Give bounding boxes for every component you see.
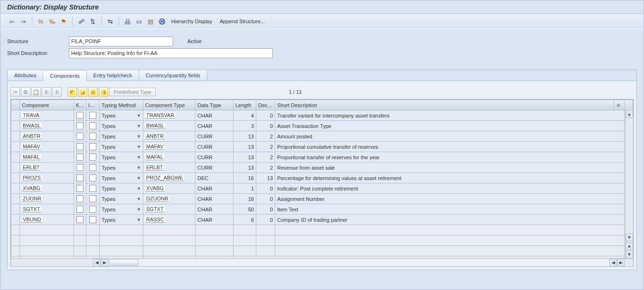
- cell-component[interactable]: PROZS: [20, 173, 74, 183]
- init-checkbox[interactable]: [89, 154, 96, 161]
- cell-typing-method[interactable]: Types▼: [100, 121, 143, 131]
- col-key[interactable]: Key: [74, 100, 86, 110]
- cell-init[interactable]: [86, 236, 100, 246]
- collapse-include-button[interactable]: [99, 87, 108, 97]
- paste-button[interactable]: [31, 87, 41, 97]
- cell-component-type[interactable]: MAFAL: [143, 152, 196, 163]
- scroll-down-button-2[interactable]: ▼: [625, 251, 633, 258]
- tab-attributes[interactable]: Attributes: [8, 70, 43, 81]
- back-button[interactable]: [7, 17, 17, 26]
- col-length[interactable]: Length: [233, 100, 256, 110]
- cell-component[interactable]: VBUND: [20, 215, 74, 225]
- predefined-type-button[interactable]: Predefined Type: [109, 88, 156, 96]
- object-directory-button[interactable]: [88, 17, 97, 26]
- cell-typing-method[interactable]: Types▼: [100, 110, 143, 121]
- cell-init[interactable]: [86, 163, 100, 173]
- col-data-type[interactable]: Data Type: [196, 100, 233, 110]
- cell-key[interactable]: [74, 225, 86, 236]
- hscroll-left-2[interactable]: ◀: [609, 259, 617, 266]
- expand-include-button[interactable]: [88, 87, 98, 97]
- cell-component-type[interactable]: ANBTR: [143, 131, 196, 142]
- cell-component[interactable]: ZUONR: [20, 194, 74, 204]
- cell-component[interactable]: XVABG: [20, 183, 74, 194]
- cell-typing-method[interactable]: Types▼: [100, 131, 143, 142]
- row-selector-header[interactable]: [11, 100, 20, 110]
- row-selector[interactable]: [11, 152, 20, 163]
- cell-component-type[interactable]: XVABG: [143, 183, 196, 194]
- cell-component-type[interactable]: TRANSVAR: [143, 110, 196, 121]
- row-selector[interactable]: [11, 236, 20, 246]
- row-selector[interactable]: [11, 183, 20, 194]
- row-selector[interactable]: [11, 204, 20, 215]
- row-selector[interactable]: [11, 225, 20, 236]
- key-checkbox[interactable]: [76, 174, 84, 181]
- col-typing-method[interactable]: Typing Method: [100, 100, 143, 110]
- cell-init[interactable]: [86, 194, 100, 204]
- insert-row-button[interactable]: [42, 87, 51, 97]
- cell-key[interactable]: [74, 110, 86, 121]
- row-selector[interactable]: [11, 110, 20, 121]
- cell-init[interactable]: [86, 152, 100, 163]
- init-checkbox[interactable]: [89, 112, 96, 119]
- cell-component-type[interactable]: [143, 225, 196, 236]
- key-checkbox[interactable]: [76, 185, 84, 192]
- cell-typing-method[interactable]: [100, 246, 143, 256]
- row-selector[interactable]: [11, 215, 20, 225]
- cell-component[interactable]: ERLBT: [20, 163, 74, 173]
- vertical-scrollbar[interactable]: ▲ ▼ ▲ ▼: [625, 110, 633, 259]
- cell-key[interactable]: [74, 142, 86, 152]
- cell-key[interactable]: [74, 173, 86, 183]
- init-checkbox[interactable]: [89, 133, 96, 140]
- cell-key[interactable]: [74, 246, 86, 256]
- short-desc-value[interactable]: Help Structure: Posting Info for FI-AA: [69, 48, 273, 58]
- cell-typing-method[interactable]: [100, 225, 143, 236]
- where-used-button[interactable]: [76, 17, 86, 26]
- cell-component[interactable]: MAFAL: [20, 152, 74, 163]
- cell-key[interactable]: [74, 204, 86, 215]
- key-checkbox[interactable]: [76, 154, 84, 161]
- cell-key[interactable]: [74, 163, 86, 173]
- scroll-up-button[interactable]: ▲: [625, 110, 633, 118]
- cell-component-type[interactable]: BWASL: [143, 121, 196, 131]
- init-checkbox[interactable]: [89, 185, 96, 192]
- table-contents-button[interactable]: [146, 17, 155, 26]
- help-button[interactable]: [157, 17, 167, 26]
- col-component[interactable]: Component: [20, 100, 74, 110]
- forward-button[interactable]: [19, 17, 28, 26]
- cell-init[interactable]: [86, 110, 100, 121]
- cell-key[interactable]: [74, 152, 86, 163]
- cell-key[interactable]: [74, 121, 86, 131]
- cell-init[interactable]: [86, 173, 100, 183]
- cell-component-type[interactable]: RASSC: [143, 215, 196, 225]
- scroll-up-button-2[interactable]: ▲: [625, 242, 633, 250]
- table-settings-button[interactable]: ⛭: [614, 100, 625, 110]
- hierarchy-display-link[interactable]: Hierarchy Display: [168, 18, 215, 25]
- cell-init[interactable]: [86, 183, 100, 194]
- key-checkbox[interactable]: [76, 195, 84, 202]
- cell-init[interactable]: [86, 121, 100, 131]
- key-checkbox[interactable]: [76, 206, 84, 213]
- cell-init[interactable]: [86, 215, 100, 225]
- cell-component-type[interactable]: [143, 236, 196, 246]
- key-checkbox[interactable]: [76, 133, 84, 140]
- row-selector[interactable]: [11, 131, 20, 142]
- key-checkbox[interactable]: [76, 216, 84, 223]
- tab-currency-qty[interactable]: Currency/quantity fields: [139, 70, 207, 81]
- key-checkbox[interactable]: [76, 164, 84, 171]
- hscroll-thumb-1[interactable]: [109, 259, 139, 266]
- cell-init[interactable]: [86, 225, 100, 236]
- deselect-all-button[interactable]: [78, 87, 87, 97]
- cell-component[interactable]: BWASL: [20, 121, 74, 131]
- delete-row-button[interactable]: [52, 87, 62, 97]
- cell-key[interactable]: [74, 183, 86, 194]
- cell-component-type[interactable]: [143, 246, 196, 256]
- cell-typing-method[interactable]: [100, 236, 143, 246]
- cell-typing-method[interactable]: Types▼: [100, 163, 143, 173]
- cell-component-type[interactable]: DZUONR: [143, 194, 196, 204]
- cell-init[interactable]: [86, 131, 100, 142]
- cell-typing-method[interactable]: Types▼: [100, 183, 143, 194]
- init-checkbox[interactable]: [89, 164, 96, 171]
- col-short-desc[interactable]: Short Description: [275, 100, 614, 110]
- init-checkbox[interactable]: [89, 195, 96, 202]
- row-selector[interactable]: [11, 246, 20, 256]
